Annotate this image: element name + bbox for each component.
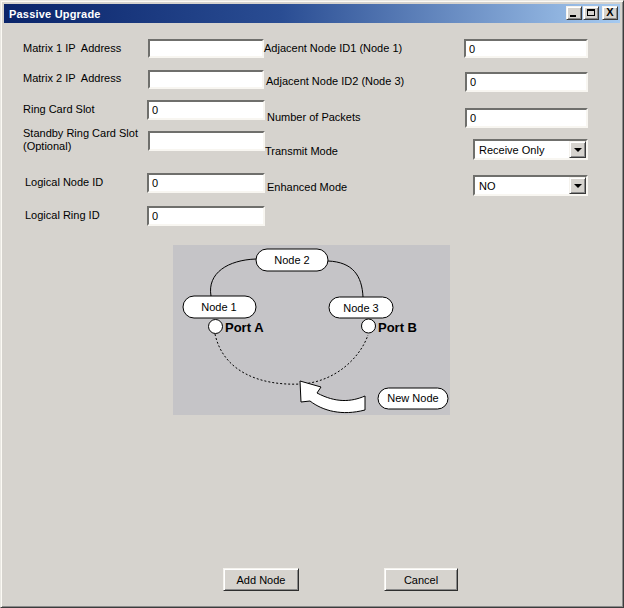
number-of-packets-input[interactable] (467, 110, 586, 126)
node3-label: Node 3 (343, 302, 378, 314)
matrix2-ip-field-frame (148, 70, 264, 89)
number-of-packets-label: Number of Packets (267, 111, 361, 123)
matrix1-ip-field-frame (148, 39, 264, 58)
close-button[interactable]: X (602, 6, 618, 20)
minimize-button[interactable] (566, 6, 582, 20)
logical-ring-id-label: Logical Ring ID (25, 209, 100, 221)
matrix2-ip-input[interactable] (150, 72, 262, 87)
adjacent-node-id2-label: Adjacent Node ID2 (Node 3) (266, 75, 404, 87)
adjacent-node-id1-input[interactable] (466, 41, 586, 56)
logical-node-id-field-frame (147, 173, 265, 193)
ring-diagram: Node 2 Node 1 Node 3 Port A Port B New N… (173, 245, 450, 415)
chevron-down-icon (574, 148, 582, 152)
adjacent-node-id1-label: Adjacent Node ID1 (Node 1) (264, 42, 402, 54)
port-a-circle (209, 320, 223, 334)
window-title: Passive Upgrade (9, 8, 101, 20)
adjacent-node-id1-field-frame (464, 39, 588, 58)
port-b-circle (362, 319, 376, 333)
ring-card-slot-field-frame (147, 100, 265, 120)
matrix2-ip-label: Matrix 2 IP Address (23, 72, 121, 84)
standby-ring-card-slot-field-frame (148, 131, 265, 151)
passive-upgrade-dialog: Passive Upgrade X Matrix 1 IP Address Ma… (0, 0, 624, 608)
titlebar[interactable]: Passive Upgrade X (4, 4, 620, 23)
logical-ring-id-field-frame (147, 206, 265, 226)
node2-label: Node 2 (274, 254, 309, 266)
ring-card-slot-input[interactable] (149, 102, 263, 118)
transmit-mode-dropdown-button[interactable] (569, 141, 586, 158)
matrix1-ip-label: Matrix 1 IP Address (23, 42, 121, 54)
standby-ring-card-slot-label-line2: (Optional) (23, 140, 71, 152)
logical-node-id-input[interactable] (149, 175, 263, 191)
port-a-label: Port A (225, 320, 264, 335)
logical-ring-id-input[interactable] (149, 208, 263, 224)
close-icon: X (603, 6, 617, 18)
enhanced-mode-value: NO (475, 179, 569, 193)
transmit-mode-label: Transmit Mode (265, 145, 338, 157)
maximize-icon (587, 9, 595, 16)
new-node-label: New Node (387, 392, 438, 404)
enhanced-mode-dropdown-button[interactable] (569, 177, 586, 194)
port-b-label: Port B (378, 320, 417, 335)
standby-ring-card-slot-input[interactable] (150, 133, 263, 149)
ring-card-slot-label: Ring Card Slot (23, 103, 95, 115)
minimize-icon (570, 15, 576, 17)
cancel-button[interactable]: Cancel (384, 568, 458, 591)
adjacent-node-id2-field-frame (465, 72, 588, 92)
window-controls: X (565, 6, 618, 20)
number-of-packets-field-frame (465, 108, 588, 128)
enhanced-mode-label: Enhanced Mode (267, 181, 347, 193)
transmit-mode-dropdown[interactable]: Receive Only (473, 139, 588, 160)
standby-ring-card-slot-label: Standby Ring Card Slot (23, 127, 138, 139)
adjacent-node-id2-input[interactable] (467, 74, 586, 90)
logical-node-id-label: Logical Node ID (25, 176, 103, 188)
enhanced-mode-dropdown[interactable]: NO (473, 175, 588, 196)
chevron-down-icon (574, 184, 582, 188)
maximize-button[interactable] (583, 6, 599, 20)
matrix1-ip-input[interactable] (150, 41, 262, 56)
transmit-mode-value: Receive Only (475, 143, 569, 157)
add-node-button[interactable]: Add Node (223, 568, 299, 591)
node1-label: Node 1 (201, 301, 236, 313)
